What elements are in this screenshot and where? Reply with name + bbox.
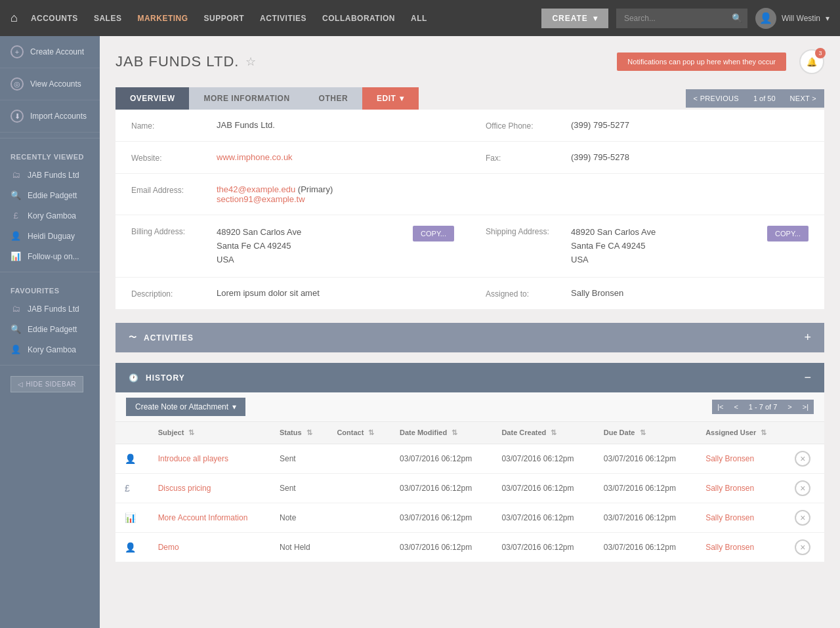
table-row: £ Discuss pricing Sent 03/07/2016 06:12p… — [116, 474, 824, 503]
nav-accounts[interactable]: ACCOUNTS — [31, 11, 78, 26]
subject-link[interactable]: Discuss pricing — [158, 484, 211, 493]
copy-billing-button[interactable]: COPY... — [413, 226, 454, 241]
date-created-cell: 03/07/2016 06:12pm — [492, 474, 594, 503]
sidebar-item-create-account[interactable]: + Create Account — [0, 36, 100, 68]
history-clock-icon: 🕐 — [129, 373, 139, 383]
recently-viewed-item-5: Follow-up on... — [28, 252, 79, 261]
history-section-header[interactable]: 🕐 HISTORY − — [116, 363, 824, 392]
nav-support[interactable]: SUPPORT — [204, 11, 245, 26]
subject-cell: Introduce all players — [149, 444, 270, 474]
sidebar-item-followup[interactable]: 📊 Follow-up on... — [0, 246, 100, 266]
pager-last-button[interactable]: >| — [797, 400, 814, 414]
recently-viewed-item-2: Eddie Padgett — [28, 191, 77, 200]
sidebar-fav-eddie[interactable]: 🔍 Eddie Padgett — [0, 319, 100, 339]
billing-label: Billing Address: — [131, 226, 217, 236]
assigned-link[interactable]: Sally Bronsen — [705, 484, 754, 493]
nav-collaboration[interactable]: COLLABORATION — [322, 11, 395, 26]
date-created-cell: 03/07/2016 06:12pm — [492, 503, 594, 533]
recently-viewed-item-4: Heidi Duguay — [28, 232, 75, 241]
email-primary-link[interactable]: the42@example.edu — [217, 184, 295, 194]
shipping-address-row: Shipping Address: 48920 San Carlos Ave S… — [470, 215, 824, 278]
pager-next-button[interactable]: > — [782, 400, 797, 414]
search-fav-icon: 🔍 — [10, 324, 21, 334]
date-modified-cell: 03/07/2016 06:12pm — [390, 503, 492, 533]
assigned-link[interactable]: Sally Bronsen — [705, 513, 754, 522]
pager-prev-button[interactable]: < — [728, 400, 743, 414]
sidebar-fav-kory[interactable]: 👤 Kory Gamboa — [0, 339, 100, 360]
fax-row: Fax: (399) 795-5278 — [470, 142, 824, 174]
sidebar-item-jab-funds[interactable]: 🗂 JAB Funds Ltd — [0, 165, 100, 185]
tab-edit[interactable]: EDIT ▾ — [362, 87, 419, 110]
delete-button[interactable]: × — [795, 510, 810, 526]
nav-activities[interactable]: ACTIVITIES — [260, 11, 306, 26]
delete-button[interactable]: × — [795, 480, 810, 496]
history-collapse-icon[interactable]: − — [804, 371, 811, 385]
pager-first-button[interactable]: |< — [712, 400, 728, 414]
nav-sales[interactable]: SALES — [94, 11, 122, 26]
sidebar: + Create Account ◎ View Accounts ⬇ Impor… — [0, 36, 100, 628]
subject-link[interactable]: Introduce all players — [158, 454, 228, 463]
hide-sidebar-arrow-icon: ◁ — [18, 381, 24, 388]
search-input[interactable] — [616, 9, 747, 28]
website-link[interactable]: www.imphone.co.uk — [217, 152, 293, 162]
activities-add-icon[interactable]: + — [804, 331, 811, 345]
status-cell: Sent — [270, 444, 327, 474]
sidebar-item-kory-gamboa[interactable]: £ Kory Gamboa — [0, 205, 100, 226]
sidebar-item-view-accounts[interactable]: ◎ View Accounts — [0, 68, 100, 100]
col-actions — [786, 422, 824, 444]
previous-button[interactable]: < PREVIOUS — [686, 89, 747, 108]
currency-icon: £ — [10, 211, 21, 220]
page-header: JAB FUNDS LTD. ☆ Notifications can pop u… — [116, 49, 824, 74]
row-chart-icon: 📊 — [125, 513, 136, 523]
delete-button[interactable]: × — [795, 451, 810, 467]
sidebar-item-import-accounts[interactable]: ⬇ Import Accounts — [0, 100, 100, 133]
favourite-star-icon[interactable]: ☆ — [245, 54, 256, 69]
delete-button[interactable]: × — [795, 539, 810, 555]
assigned-link[interactable]: Sally Bronsen — [705, 454, 754, 463]
view-accounts-label: View Accounts — [30, 79, 81, 89]
assigned-link[interactable]: Sally Bronsen — [705, 543, 754, 552]
create-note-button[interactable]: Create Note or Attachment ▾ — [126, 398, 245, 416]
sidebar-fav-jab[interactable]: 🗂 JAB Funds Ltd — [0, 299, 100, 319]
col-contact: Contact ⇅ — [327, 422, 390, 444]
fav-item-2: Eddie Padgett — [28, 325, 77, 334]
office-phone-label: Office Phone: — [486, 120, 571, 131]
create-button[interactable]: CREATE ▾ — [541, 9, 608, 28]
next-button[interactable]: NEXT > — [782, 89, 824, 108]
person-icon: 👤 — [10, 231, 21, 241]
user-menu[interactable]: 👤 Will Westin ▾ — [755, 8, 830, 29]
subject-link[interactable]: Demo — [158, 543, 179, 552]
col-due-date: Due Date ⇅ — [595, 422, 696, 444]
avatar: 👤 — [755, 8, 776, 29]
subject-link[interactable]: More Account Information — [158, 513, 248, 522]
hide-sidebar-button[interactable]: ◁ HIDE SIDEBAR — [10, 376, 83, 392]
tab-more-information[interactable]: MORE INFORMATION — [189, 87, 304, 110]
activities-section-header[interactable]: 〜 ACTIVITIES + — [116, 323, 824, 352]
col-status: Status ⇅ — [270, 422, 327, 444]
col-subject: Subject ⇅ — [149, 422, 270, 444]
home-icon[interactable]: ⌂ — [10, 11, 18, 25]
status-cell: Note — [270, 503, 327, 533]
action-cell: × — [786, 503, 824, 533]
due-date-cell: 03/07/2016 06:12pm — [595, 474, 696, 503]
notification-bar: Notifications can pop up here when they … — [617, 52, 786, 71]
sidebar-item-heidi-duguay[interactable]: 👤 Heidi Duguay — [0, 226, 100, 246]
status-cell: Sent — [270, 474, 327, 503]
bell-button[interactable]: 🔔 3 — [799, 49, 824, 74]
search-icon: 🔍 — [732, 13, 742, 23]
favourites-title: Favourites — [0, 278, 100, 299]
activities-wave-icon: 〜 — [129, 332, 137, 343]
nav-all[interactable]: ALL — [411, 11, 427, 26]
sidebar-item-eddie-padgett[interactable]: 🔍 Eddie Padgett — [0, 185, 100, 205]
email-filler — [470, 174, 824, 215]
email-secondary-link[interactable]: section91@example.tw — [217, 194, 305, 204]
copy-shipping-button[interactable]: COPY... — [767, 226, 808, 241]
description-row: Description: Lorem ipsum dolor sit amet — [116, 278, 470, 310]
tab-other[interactable]: OTHER — [304, 87, 363, 110]
tab-overview[interactable]: OVERVIEW — [116, 87, 189, 110]
edit-label: EDIT — [377, 94, 396, 103]
action-cell: × — [786, 533, 824, 562]
history-table-body: 👤 Introduce all players Sent 03/07/2016 … — [116, 444, 824, 562]
nav-marketing[interactable]: MARKETING — [137, 11, 188, 26]
page-title: JAB FUNDS LTD. — [116, 53, 239, 70]
